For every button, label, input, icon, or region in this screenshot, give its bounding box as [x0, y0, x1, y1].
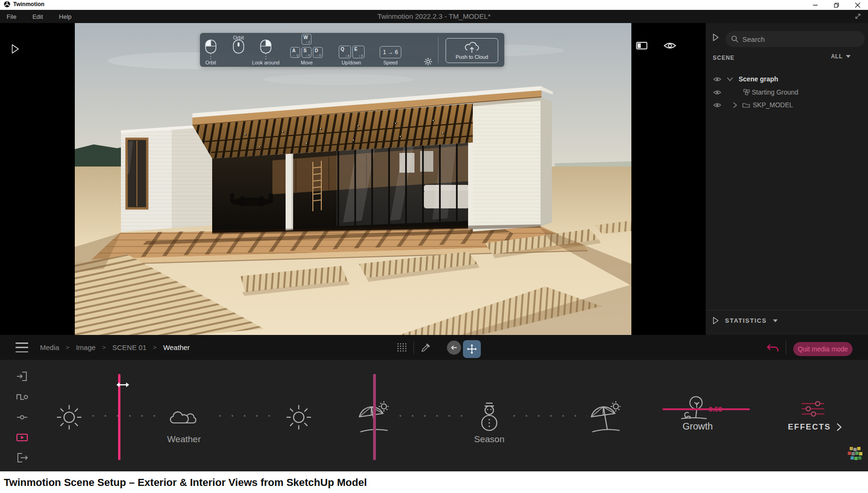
panel-toggle-icon[interactable] — [636, 41, 647, 50]
settings-gear-icon[interactable] — [424, 57, 432, 66]
close-button[interactable] — [847, 0, 868, 10]
filter-label: ALL — [831, 53, 843, 60]
scene-section-header: SCENE ALL — [713, 53, 861, 62]
slider-settings-icon[interactable] — [16, 411, 28, 423]
weather-slider-track[interactable] — [87, 414, 166, 417]
snowman-icon[interactable] — [477, 401, 502, 433]
chevron-right-icon — [836, 423, 842, 431]
cloud-upload-icon — [462, 42, 481, 53]
expand-window-icon[interactable] — [854, 13, 861, 22]
growth-value: 0.50 — [709, 405, 722, 413]
resize-cursor-icon — [116, 382, 129, 388]
breadcrumb-scene-01[interactable]: SCENE 01 — [112, 343, 147, 351]
navigation-help-overlay: Orbit — [200, 33, 504, 67]
twinmotion-window: Twinmotion File Edit Help Twinmotion 202… — [0, 0, 868, 493]
mouse-right-button-icon — [260, 40, 272, 60]
tree-row-starting-ground[interactable]: Starting Ground — [706, 86, 868, 98]
breadcrumb-image[interactable]: Image — [76, 343, 96, 351]
sidebar-collapse-icon[interactable] — [713, 33, 719, 41]
effects-label: EFFECTS — [788, 422, 831, 432]
breadcrumb-media[interactable]: Media — [40, 343, 59, 351]
viewport-left-play-icon[interactable] — [11, 44, 19, 56]
season-label: Season — [456, 434, 522, 445]
tree-row-skp-model[interactable]: SKP_MODEL — [706, 99, 868, 111]
sun-icon[interactable] — [56, 404, 82, 430]
eye-icon[interactable] — [713, 90, 721, 95]
key-s: S ↓ S — [302, 47, 311, 58]
growth-slider[interactable] — [662, 408, 750, 410]
clouds-icon[interactable] — [169, 408, 199, 427]
statistics-toggle[interactable]: STATISTICS — [713, 317, 778, 325]
key-q: Q ↕ A — [339, 46, 351, 58]
breadcrumb-separator: > — [153, 344, 157, 351]
effects-sliders-icon[interactable] — [801, 400, 825, 417]
arrow-left-icon — [450, 345, 458, 350]
toolbar-divider — [414, 342, 414, 354]
window-controls — [804, 0, 868, 10]
weather-slider-handle-alt[interactable] — [373, 374, 376, 460]
media-breadcrumb-bar: Media > Image > SCENE 01 > Weather — [0, 335, 868, 360]
undo-icon[interactable] — [766, 344, 779, 352]
quit-media-mode-button[interactable]: Quit media mode — [793, 342, 852, 356]
menu-file[interactable]: File — [5, 13, 18, 20]
tree-item-label[interactable]: Starting Ground — [752, 88, 798, 96]
restore-button[interactable] — [826, 0, 847, 10]
tree-row-scene-graph[interactable]: Scene graph — [706, 73, 868, 85]
chevron-right-icon[interactable] — [733, 102, 737, 108]
watermark-logo — [846, 446, 865, 462]
tree-growth-icon[interactable] — [679, 394, 709, 421]
app-identity: Twinmotion — [4, 1, 44, 8]
media-settings-panel: Weather — [0, 360, 868, 471]
titlebar: Twinmotion — [0, 0, 868, 10]
twinmotion-logo-icon — [4, 1, 10, 8]
media-mode-icon[interactable] — [16, 431, 28, 444]
toolbar-divider — [786, 341, 786, 355]
phasing-icon[interactable] — [16, 390, 28, 403]
minimize-button[interactable] — [804, 0, 826, 10]
search-input[interactable] — [742, 35, 846, 43]
chevron-down-icon — [773, 319, 778, 322]
viewport-3d-scene[interactable]: Orbit — [75, 23, 631, 335]
updown-label: Up/down — [335, 60, 368, 65]
scene-filter-dropdown[interactable]: ALL — [831, 53, 851, 60]
key-w: W ↑ Z — [302, 34, 311, 45]
push-to-cloud-button[interactable]: Push to Cloud — [446, 38, 498, 63]
move-tool-button[interactable] — [463, 340, 481, 358]
eye-icon[interactable] — [713, 77, 721, 82]
eyedropper-icon[interactable] — [421, 342, 431, 353]
caption-bar: Twinmotion Scene Setup – Exterior & Inte… — [0, 471, 868, 493]
export-icon[interactable] — [16, 452, 28, 464]
mouse-wheel-icon — [232, 40, 245, 60]
search-box[interactable] — [725, 31, 865, 47]
tree-item-label[interactable]: Scene graph — [739, 75, 778, 83]
breadcrumb-separator: > — [102, 344, 106, 351]
thumbnail-grid-icon[interactable] — [397, 342, 407, 353]
season-slider-track[interactable] — [394, 414, 473, 417]
import-icon[interactable] — [16, 370, 28, 382]
eye-visibility-icon[interactable] — [663, 42, 677, 49]
sun-icon[interactable] — [286, 404, 312, 430]
hamburger-menu-icon[interactable] — [16, 342, 28, 352]
scene-sidebar: SCENE ALL Scene graph — [706, 23, 868, 335]
caption-text: Twinmotion Scene Setup – Exterior & Inte… — [4, 477, 367, 489]
growth-label: Growth — [665, 421, 731, 432]
triangle-right-icon — [713, 317, 719, 325]
chevron-down-icon[interactable] — [727, 77, 733, 81]
effects-button[interactable]: EFFECTS — [782, 422, 848, 432]
orbit-label: Orbit — [194, 60, 227, 65]
mouse-left-button-icon — [205, 40, 217, 60]
breadcrumb-weather[interactable]: Weather — [163, 343, 190, 351]
menu-edit[interactable]: Edit — [31, 13, 45, 20]
overlay-divider — [438, 37, 438, 63]
scene-render — [75, 23, 631, 335]
beach-umbrella-sun-icon[interactable] — [589, 401, 621, 434]
move-label: Move — [290, 60, 323, 65]
menu-help[interactable]: Help — [57, 13, 73, 20]
terrain-object-icon — [743, 89, 750, 95]
app-name: Twinmotion — [13, 1, 44, 8]
weather-slider-track[interactable] — [214, 414, 280, 417]
season-slider-track[interactable] — [508, 414, 587, 417]
eye-icon[interactable] — [713, 103, 721, 108]
back-button[interactable] — [447, 341, 461, 355]
tree-item-label[interactable]: SKP_MODEL — [753, 101, 793, 109]
